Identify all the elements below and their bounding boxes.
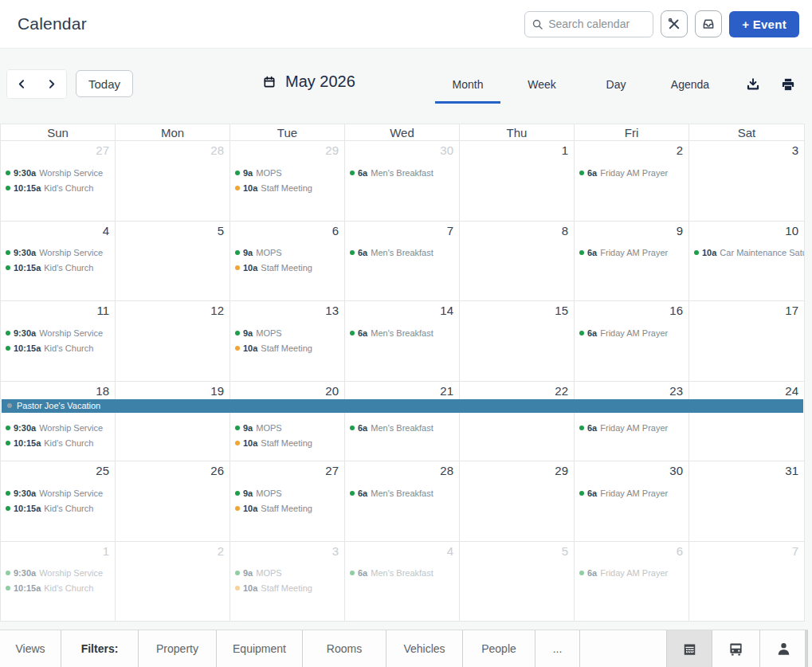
- day-cell[interactable]: 259:30aWorship Service10:15aKid's Church: [1, 461, 116, 542]
- event-item[interactable]: 10:15aKid's Church: [6, 436, 115, 451]
- event-item[interactable]: 6aFriday AM Prayer: [579, 165, 688, 180]
- day-cell[interactable]: 29: [460, 461, 575, 542]
- day-cell[interactable]: 3: [689, 141, 804, 222]
- tab-agenda[interactable]: Agenda: [657, 75, 723, 104]
- event-item[interactable]: 10:15aKid's Church: [6, 581, 115, 596]
- day-cell[interactable]: 39aMOPS10aStaff Meeting: [230, 542, 345, 622]
- filter-item-filters[interactable]: Filters:: [61, 630, 139, 667]
- day-cell[interactable]: 19:30aWorship Service10:15aKid's Church: [1, 542, 116, 622]
- event-item[interactable]: 9:30aWorship Service: [6, 421, 115, 436]
- event-item[interactable]: 9:30aWorship Service: [6, 485, 115, 500]
- day-cell[interactable]: 279:30aWorship Service10:15aKid's Church: [1, 141, 116, 222]
- day-cell[interactable]: 5: [460, 542, 575, 622]
- filter-item-views[interactable]: Views: [0, 630, 61, 667]
- day-cell[interactable]: 31: [689, 461, 804, 542]
- filter-item-property[interactable]: Property: [139, 630, 217, 667]
- event-item[interactable]: 9aMOPS: [235, 421, 344, 436]
- day-cell[interactable]: 15: [460, 301, 575, 382]
- event-item[interactable]: 9aMOPS: [235, 245, 344, 261]
- search-input[interactable]: [548, 18, 646, 30]
- day-cell[interactable]: 46aMen's Breakfast: [345, 542, 460, 622]
- tools-button[interactable]: [661, 10, 688, 37]
- day-cell[interactable]: 2: [116, 542, 230, 622]
- day-cell[interactable]: 209aMOPS10aStaff Meeting: [230, 382, 345, 462]
- event-item[interactable]: 9aMOPS: [235, 325, 344, 340]
- add-event-button[interactable]: + Event: [729, 11, 799, 37]
- day-cell[interactable]: 22: [460, 382, 575, 462]
- day-cell[interactable]: 5: [116, 222, 230, 302]
- day-cell[interactable]: 96aFriday AM Prayer: [575, 222, 689, 302]
- event-item[interactable]: 10:15aKid's Church: [6, 261, 115, 276]
- day-cell[interactable]: 189:30aWorship Service10:15aKid's Church: [1, 382, 116, 462]
- day-cell[interactable]: 306aFriday AM Prayer: [575, 461, 689, 542]
- event-item[interactable]: 10:15aKid's Church: [6, 340, 115, 355]
- day-cell[interactable]: 76aMen's Breakfast: [345, 222, 460, 302]
- filter-item-vehicles[interactable]: Vehicles: [386, 630, 463, 667]
- event-item[interactable]: 9:30aWorship Service: [6, 245, 115, 261]
- event-item[interactable]: 9aMOPS: [235, 485, 344, 500]
- filter-item-people[interactable]: People: [463, 630, 535, 667]
- filter-item-rooms[interactable]: Rooms: [303, 630, 386, 667]
- event-item[interactable]: 6aFriday AM Prayer: [579, 485, 688, 500]
- tab-week[interactable]: Week: [509, 75, 575, 104]
- event-item[interactable]: 10aCar Maintenance Satur: [694, 245, 804, 261]
- day-cell[interactable]: 12: [116, 301, 230, 382]
- event-item[interactable]: 6aMen's Breakfast: [350, 245, 459, 261]
- inbox-button[interactable]: [695, 10, 722, 37]
- day-cell[interactable]: 26: [116, 461, 230, 542]
- event-item[interactable]: 6aFriday AM Prayer: [579, 325, 688, 340]
- event-item[interactable]: 10aStaff Meeting: [235, 581, 344, 596]
- day-cell[interactable]: 8: [460, 222, 575, 302]
- prev-month-button[interactable]: [7, 70, 37, 98]
- search-box[interactable]: [524, 11, 653, 37]
- multiday-event-banner[interactable]: Pastor Joe's Vacation: [2, 399, 803, 413]
- day-cell[interactable]: 146aMen's Breakfast: [345, 301, 460, 382]
- filter-item-equipment[interactable]: Equipment: [217, 630, 303, 667]
- day-cell[interactable]: 216aMen's Breakfast: [345, 382, 460, 462]
- event-item[interactable]: 6aMen's Breakfast: [350, 165, 459, 180]
- event-item[interactable]: 6aFriday AM Prayer: [579, 245, 688, 261]
- day-cell[interactable]: 26aFriday AM Prayer: [575, 141, 689, 222]
- event-item[interactable]: 10:15aKid's Church: [6, 500, 115, 516]
- day-cell[interactable]: 166aFriday AM Prayer: [575, 301, 689, 382]
- event-item[interactable]: 9aMOPS: [235, 566, 344, 581]
- event-item[interactable]: 6aMen's Breakfast: [350, 421, 459, 436]
- day-cell[interactable]: 1: [460, 141, 575, 222]
- event-item[interactable]: 10aStaff Meeting: [235, 180, 344, 195]
- day-cell[interactable]: 299aMOPS10aStaff Meeting: [230, 141, 345, 222]
- event-item[interactable]: 10aStaff Meeting: [235, 436, 344, 451]
- scrollbar-track[interactable]: [805, 630, 807, 667]
- day-cell[interactable]: 279aMOPS10aStaff Meeting: [230, 461, 345, 542]
- filter-bus-icon[interactable]: [712, 630, 760, 667]
- event-item[interactable]: 6aFriday AM Prayer: [579, 566, 688, 581]
- today-button[interactable]: Today: [76, 70, 133, 97]
- event-item[interactable]: 10aStaff Meeting: [235, 261, 344, 276]
- event-item[interactable]: 6aMen's Breakfast: [350, 485, 459, 500]
- day-cell[interactable]: 1010aCar Maintenance Satur: [689, 222, 804, 302]
- day-cell[interactable]: 66aFriday AM Prayer: [575, 542, 689, 622]
- filter-person-icon[interactable]: [760, 630, 808, 667]
- print-button[interactable]: [781, 77, 795, 92]
- filter-calendar-icon[interactable]: [667, 630, 712, 667]
- download-button[interactable]: [746, 77, 760, 92]
- event-item[interactable]: 10aStaff Meeting: [235, 340, 344, 355]
- day-cell[interactable]: 139aMOPS10aStaff Meeting: [230, 301, 345, 382]
- event-item[interactable]: 10aStaff Meeting: [235, 500, 344, 516]
- day-cell[interactable]: 236aFriday AM Prayer: [575, 382, 689, 462]
- day-cell[interactable]: 69aMOPS10aStaff Meeting: [230, 222, 345, 302]
- day-cell[interactable]: 24: [689, 382, 804, 462]
- day-cell[interactable]: 28: [116, 141, 230, 222]
- event-item[interactable]: 6aFriday AM Prayer: [579, 421, 688, 436]
- day-cell[interactable]: 119:30aWorship Service10:15aKid's Church: [1, 301, 116, 382]
- tab-month[interactable]: Month: [435, 75, 500, 104]
- event-item[interactable]: 9:30aWorship Service: [6, 165, 115, 180]
- event-item[interactable]: 6aMen's Breakfast: [350, 325, 459, 340]
- event-item[interactable]: 9:30aWorship Service: [6, 566, 115, 581]
- event-item[interactable]: 6aMen's Breakfast: [350, 566, 459, 581]
- event-item[interactable]: 9aMOPS: [235, 165, 344, 180]
- event-item[interactable]: 9:30aWorship Service: [6, 325, 115, 340]
- day-cell[interactable]: 49:30aWorship Service10:15aKid's Church: [1, 222, 116, 302]
- next-month-button[interactable]: [37, 70, 66, 98]
- event-item[interactable]: 10:15aKid's Church: [6, 180, 115, 195]
- day-cell[interactable]: 19: [116, 382, 230, 462]
